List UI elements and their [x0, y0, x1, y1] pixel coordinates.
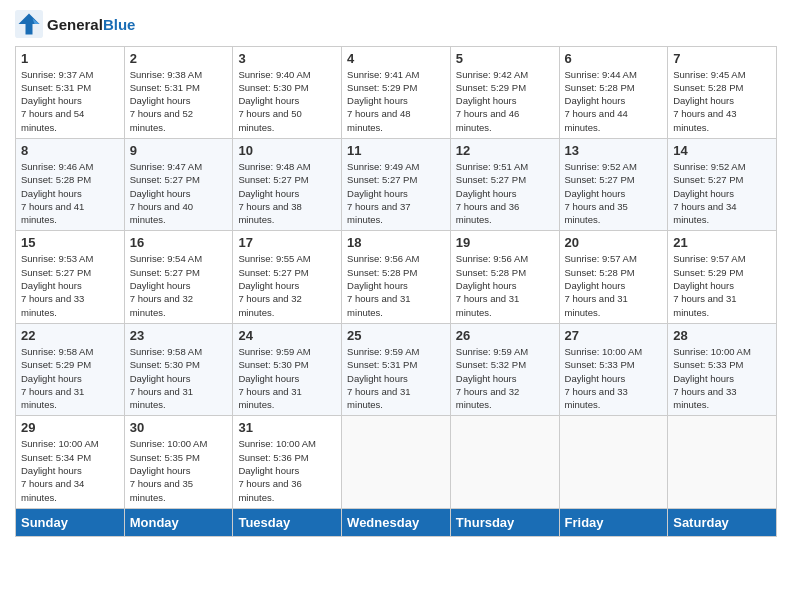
day-cell: 20 Sunrise: 9:57 AM Sunset: 5:28 PM Dayl…: [559, 231, 668, 323]
day-number: 20: [565, 235, 663, 250]
daylight-duration: 7 hours and 33 minutes.: [673, 386, 736, 410]
day-cell: 16 Sunrise: 9:54 AM Sunset: 5:27 PM Dayl…: [124, 231, 233, 323]
day-cell: [450, 416, 559, 508]
sunrise-label: Sunrise: 9:38 AM: [130, 69, 202, 80]
day-cell: [342, 416, 451, 508]
day-number: 30: [130, 420, 228, 435]
day-cell: 7 Sunrise: 9:45 AM Sunset: 5:28 PM Dayli…: [668, 46, 777, 138]
day-number: 21: [673, 235, 771, 250]
daylight-duration: 7 hours and 31 minutes.: [238, 386, 301, 410]
daylight-duration: 7 hours and 52 minutes.: [130, 108, 193, 132]
daylight-duration: 7 hours and 31 minutes.: [347, 293, 410, 317]
day-info: Sunrise: 9:59 AM Sunset: 5:31 PM Dayligh…: [347, 345, 445, 411]
sunrise-label: Sunrise: 9:58 AM: [130, 346, 202, 357]
daylight-duration: 7 hours and 46 minutes.: [456, 108, 519, 132]
daylight-duration: 7 hours and 38 minutes.: [238, 201, 301, 225]
daylight-label: Daylight hours: [347, 373, 408, 384]
day-cell: 23 Sunrise: 9:58 AM Sunset: 5:30 PM Dayl…: [124, 323, 233, 415]
sunrise-label: Sunrise: 10:00 AM: [238, 438, 316, 449]
daylight-duration: 7 hours and 50 minutes.: [238, 108, 301, 132]
day-info: Sunrise: 9:52 AM Sunset: 5:27 PM Dayligh…: [673, 160, 771, 226]
sunrise-label: Sunrise: 10:00 AM: [21, 438, 99, 449]
day-cell: 28 Sunrise: 10:00 AM Sunset: 5:33 PM Day…: [668, 323, 777, 415]
sunrise-label: Sunrise: 9:37 AM: [21, 69, 93, 80]
daylight-label: Daylight hours: [673, 280, 734, 291]
day-number: 10: [238, 143, 336, 158]
daylight-label: Daylight hours: [238, 373, 299, 384]
day-info: Sunrise: 9:59 AM Sunset: 5:30 PM Dayligh…: [238, 345, 336, 411]
day-number: 27: [565, 328, 663, 343]
daylight-label: Daylight hours: [130, 95, 191, 106]
daylight-duration: 7 hours and 34 minutes.: [673, 201, 736, 225]
day-cell: 24 Sunrise: 9:59 AM Sunset: 5:30 PM Dayl…: [233, 323, 342, 415]
daylight-duration: 7 hours and 54 minutes.: [21, 108, 84, 132]
day-cell: 9 Sunrise: 9:47 AM Sunset: 5:27 PM Dayli…: [124, 138, 233, 230]
day-info: Sunrise: 9:49 AM Sunset: 5:27 PM Dayligh…: [347, 160, 445, 226]
day-cell: 25 Sunrise: 9:59 AM Sunset: 5:31 PM Dayl…: [342, 323, 451, 415]
day-cell: 18 Sunrise: 9:56 AM Sunset: 5:28 PM Dayl…: [342, 231, 451, 323]
day-info: Sunrise: 9:37 AM Sunset: 5:31 PM Dayligh…: [21, 68, 119, 134]
sunrise-label: Sunrise: 9:48 AM: [238, 161, 310, 172]
daylight-label: Daylight hours: [565, 188, 626, 199]
day-cell: 29 Sunrise: 10:00 AM Sunset: 5:34 PM Day…: [16, 416, 125, 508]
day-number: 28: [673, 328, 771, 343]
daylight-label: Daylight hours: [21, 280, 82, 291]
sunrise-label: Sunrise: 9:47 AM: [130, 161, 202, 172]
day-info: Sunrise: 9:56 AM Sunset: 5:28 PM Dayligh…: [456, 252, 554, 318]
day-number: 7: [673, 51, 771, 66]
daylight-label: Daylight hours: [130, 465, 191, 476]
day-cell: 3 Sunrise: 9:40 AM Sunset: 5:30 PM Dayli…: [233, 46, 342, 138]
sunset-label: Sunset: 5:28 PM: [347, 267, 417, 278]
day-cell: 12 Sunrise: 9:51 AM Sunset: 5:27 PM Dayl…: [450, 138, 559, 230]
daylight-label: Daylight hours: [130, 373, 191, 384]
daylight-label: Daylight hours: [673, 188, 734, 199]
logo: GeneralBlue: [15, 10, 135, 38]
sunset-label: Sunset: 5:27 PM: [130, 267, 200, 278]
day-info: Sunrise: 9:55 AM Sunset: 5:27 PM Dayligh…: [238, 252, 336, 318]
week-row-3: 15 Sunrise: 9:53 AM Sunset: 5:27 PM Dayl…: [16, 231, 777, 323]
daylight-duration: 7 hours and 35 minutes.: [130, 478, 193, 502]
day-info: Sunrise: 9:46 AM Sunset: 5:28 PM Dayligh…: [21, 160, 119, 226]
sunset-label: Sunset: 5:33 PM: [673, 359, 743, 370]
day-info: Sunrise: 10:00 AM Sunset: 5:35 PM Daylig…: [130, 437, 228, 503]
day-cell: 22 Sunrise: 9:58 AM Sunset: 5:29 PM Dayl…: [16, 323, 125, 415]
daylight-duration: 7 hours and 31 minutes.: [456, 293, 519, 317]
page-container: GeneralBlue 1 Sunrise: 9:37 AM Sunset: 5…: [0, 0, 792, 547]
daylight-label: Daylight hours: [673, 373, 734, 384]
day-header-wednesday: Wednesday: [342, 508, 451, 536]
day-number: 26: [456, 328, 554, 343]
daylight-label: Daylight hours: [456, 188, 517, 199]
daylight-duration: 7 hours and 44 minutes.: [565, 108, 628, 132]
day-number: 14: [673, 143, 771, 158]
day-number: 2: [130, 51, 228, 66]
day-number: 3: [238, 51, 336, 66]
sunrise-label: Sunrise: 9:53 AM: [21, 253, 93, 264]
day-number: 15: [21, 235, 119, 250]
day-info: Sunrise: 10:00 AM Sunset: 5:36 PM Daylig…: [238, 437, 336, 503]
sunset-label: Sunset: 5:34 PM: [21, 452, 91, 463]
day-info: Sunrise: 10:00 AM Sunset: 5:33 PM Daylig…: [673, 345, 771, 411]
day-cell: 6 Sunrise: 9:44 AM Sunset: 5:28 PM Dayli…: [559, 46, 668, 138]
day-info: Sunrise: 9:57 AM Sunset: 5:28 PM Dayligh…: [565, 252, 663, 318]
daylight-duration: 7 hours and 31 minutes.: [673, 293, 736, 317]
sunrise-label: Sunrise: 9:59 AM: [456, 346, 528, 357]
week-row-4: 22 Sunrise: 9:58 AM Sunset: 5:29 PM Dayl…: [16, 323, 777, 415]
sunset-label: Sunset: 5:27 PM: [565, 174, 635, 185]
sunset-label: Sunset: 5:30 PM: [238, 82, 308, 93]
sunset-label: Sunset: 5:31 PM: [347, 359, 417, 370]
sunset-label: Sunset: 5:29 PM: [21, 359, 91, 370]
daylight-label: Daylight hours: [130, 280, 191, 291]
daylight-label: Daylight hours: [456, 373, 517, 384]
daylight-label: Daylight hours: [21, 95, 82, 106]
day-number: 16: [130, 235, 228, 250]
daylight-label: Daylight hours: [238, 95, 299, 106]
sunset-label: Sunset: 5:28 PM: [456, 267, 526, 278]
sunrise-label: Sunrise: 9:49 AM: [347, 161, 419, 172]
daylight-label: Daylight hours: [130, 188, 191, 199]
daylight-duration: 7 hours and 32 minutes.: [238, 293, 301, 317]
sunset-label: Sunset: 5:27 PM: [673, 174, 743, 185]
week-row-2: 8 Sunrise: 9:46 AM Sunset: 5:28 PM Dayli…: [16, 138, 777, 230]
sunrise-label: Sunrise: 9:57 AM: [673, 253, 745, 264]
day-info: Sunrise: 9:40 AM Sunset: 5:30 PM Dayligh…: [238, 68, 336, 134]
sunrise-label: Sunrise: 9:46 AM: [21, 161, 93, 172]
